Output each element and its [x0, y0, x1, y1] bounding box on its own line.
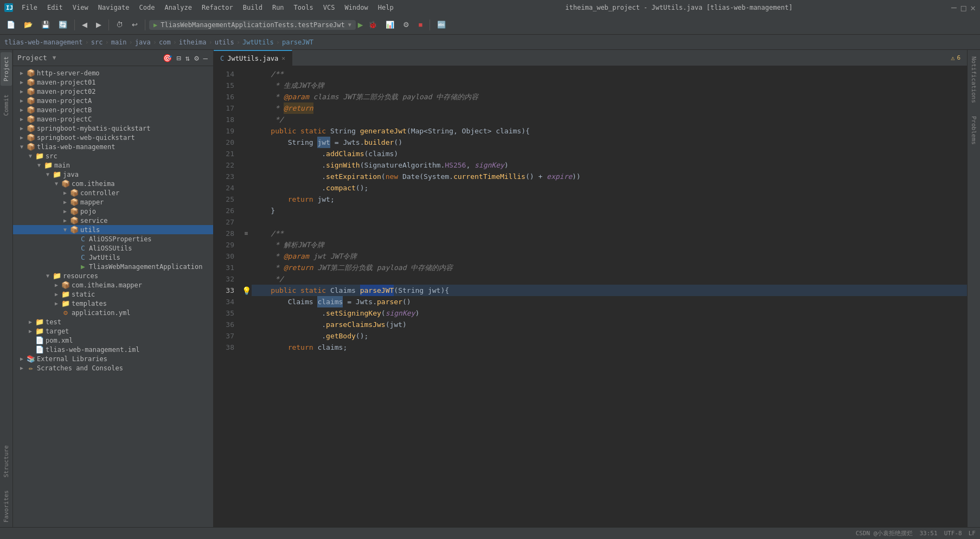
tree-item-src[interactable]: ▼ 📁 src — [13, 151, 213, 161]
code-line-29[interactable]: * 解析JWT令牌 — [252, 239, 967, 251]
tree-item-alioss-properties[interactable]: C AliOSSProperties — [13, 234, 213, 243]
vtab-favorites[interactable]: Favorites — [1, 486, 12, 527]
code-line-28[interactable]: /** — [252, 228, 967, 239]
tree-item-target[interactable]: ▶ 📁 target — [13, 326, 213, 336]
menu-view[interactable]: View — [68, 3, 93, 12]
breadcrumb-src[interactable]: src — [91, 39, 103, 46]
tab-jwtutils[interactable]: C JwtUtils.java ✕ — [214, 50, 292, 66]
status-encoding[interactable]: UTF-8 — [944, 530, 962, 537]
tree-item-external-libraries[interactable]: ▶ 📚 External Libraries — [13, 354, 213, 363]
code-line-35[interactable]: .setSigningKey(signKey) — [252, 307, 967, 319]
tree-item-com-itheima[interactable]: ▼ 📦 com.itheima — [13, 179, 213, 188]
tree-item-pom-xml[interactable]: 📄 pom.xml — [13, 336, 213, 345]
code-line-27[interactable] — [252, 216, 967, 228]
back-button[interactable]: ◀ — [79, 20, 91, 30]
code-line-14[interactable]: /** — [252, 68, 967, 80]
tree-item-main[interactable]: ▼ 📁 main — [13, 161, 213, 170]
expand-icon[interactable]: ▶ — [61, 199, 69, 205]
tree-item-templates[interactable]: ▶ 📁 templates — [13, 299, 213, 308]
open-button[interactable]: 📂 — [21, 20, 36, 30]
menu-window[interactable]: Window — [340, 3, 372, 12]
collapse-all-button[interactable]: ⊟ — [175, 53, 182, 63]
expand-icon[interactable]: ▶ — [52, 282, 61, 288]
menu-code[interactable]: Code — [135, 3, 159, 12]
tree-item-maven-projectC[interactable]: ▶ 📦 maven-projectC — [13, 114, 213, 124]
code-line-26[interactable]: } — [252, 205, 967, 216]
new-file-button[interactable]: 📄 — [3, 20, 18, 30]
menu-run[interactable]: Run — [268, 3, 289, 12]
tree-item-pojo[interactable]: ▶ 📦 pojo — [13, 207, 213, 216]
tree-item-jwt-utils[interactable]: C JwtUtils — [13, 253, 213, 262]
tree-item-iml[interactable]: 📄 tlias-web-management.iml — [13, 345, 213, 354]
code-line-18[interactable]: */ — [252, 114, 967, 125]
menu-help[interactable]: Help — [374, 3, 398, 12]
code-line-17[interactable]: * @return — [252, 102, 967, 114]
maximize-button[interactable]: □ — [961, 3, 966, 13]
translate-button[interactable]: 🔤 — [434, 20, 449, 30]
breadcrumb-main[interactable]: main — [111, 39, 127, 46]
code-line-31[interactable]: * @return JWT第二部分负载 payload 中存储的内容 — [252, 262, 967, 273]
menu-analyze[interactable]: Analyze — [160, 3, 196, 12]
tree-item-springboot-mybatis[interactable]: ▶ 📦 springboot-mybatis-quickstart — [13, 124, 213, 133]
code-line-30[interactable]: * @param jwt JWT令牌 — [252, 251, 967, 262]
status-position[interactable]: 33:51 — [920, 530, 938, 537]
expand-icon[interactable]: ▶ — [17, 134, 26, 140]
expand-icon[interactable]: ▶ — [52, 291, 61, 297]
tree-item-mapper[interactable]: ▶ 📦 mapper — [13, 197, 213, 207]
tree-item-tlias-web-management[interactable]: ▼ 📦 tlias-web-management — [13, 142, 213, 151]
synchronize-button[interactable]: 🔄 — [55, 20, 71, 30]
code-line-19[interactable]: public static String generateJwt(Map<Str… — [252, 125, 967, 137]
status-line-separator[interactable]: LF — [969, 530, 976, 537]
code-line-23[interactable]: .setExpiration(new Date(System.currentTi… — [252, 171, 967, 182]
expand-icon[interactable]: ▼ — [61, 227, 69, 233]
tree-item-springboot-web[interactable]: ▶ 📦 springboot-web-quickstart — [13, 133, 213, 142]
code-line-33[interactable]: public static Claims parseJWT(String jwt… — [252, 285, 967, 296]
tree-item-maven-project01[interactable]: ▶ 📦 maven-project01 — [13, 78, 213, 87]
vtab-project[interactable]: Project — [1, 52, 12, 86]
menu-file[interactable]: File — [17, 3, 42, 12]
tree-item-maven-projectA[interactable]: ▶ 📦 maven-projectA — [13, 96, 213, 105]
code-line-25[interactable]: return jwt; — [252, 194, 967, 205]
run-configuration[interactable]: ▶ TliasWebManagementApplicationTests.tes… — [149, 20, 356, 30]
expand-icon[interactable]: ▶ — [17, 125, 26, 131]
tree-item-service[interactable]: ▶ 📦 service — [13, 216, 213, 225]
tree-item-resources[interactable]: ▼ 📁 resources — [13, 271, 213, 280]
forward-button[interactable]: ▶ — [93, 20, 105, 30]
editor-content[interactable]: 14 15 16 17 18 19 20 21 22 23 24 25 26 2… — [214, 66, 967, 527]
hide-panel-button[interactable]: — — [202, 53, 209, 63]
tree-item-test[interactable]: ▶ 📁 test — [13, 317, 213, 326]
expand-icon[interactable]: ▶ — [26, 319, 35, 325]
tree-item-scratches[interactable]: ▶ ✏ Scratches and Consoles — [13, 363, 213, 373]
breadcrumb-utils[interactable]: utils — [215, 39, 234, 46]
code-line-24[interactable]: .compact(); — [252, 182, 967, 194]
close-button[interactable]: ✕ — [970, 3, 976, 13]
tree-item-application-yml[interactable]: ⚙ application.yml — [13, 308, 213, 317]
stop-button[interactable]: ■ — [415, 20, 426, 30]
expand-icon[interactable]: ▼ — [43, 171, 52, 177]
locate-file-button[interactable]: 🎯 — [162, 53, 173, 63]
menu-build[interactable]: Build — [239, 3, 267, 12]
run-config-dropdown-icon[interactable]: ▼ — [348, 22, 351, 28]
debug-button[interactable]: 🐞 — [365, 20, 380, 30]
code-line-32[interactable]: */ — [252, 273, 967, 285]
expand-icon[interactable]: ▶ — [17, 356, 26, 362]
profile-button[interactable]: ⚙ — [400, 20, 413, 30]
tree-item-utils[interactable]: ▼ 📦 utils — [13, 225, 213, 234]
expand-icon[interactable]: ▶ — [17, 107, 26, 113]
code-editor[interactable]: /** * 生成JWT令牌 * @param claims JWT第二部分负载 … — [252, 66, 967, 527]
code-line-16[interactable]: * @param claims JWT第二部分负载 payload 中存储的内容 — [252, 91, 967, 102]
vtab-commit[interactable]: Commit — [1, 90, 12, 120]
tree-item-static[interactable]: ▶ 📁 static — [13, 290, 213, 299]
vtab-structure[interactable]: Structure — [1, 441, 12, 482]
breadcrumb-java[interactable]: java — [135, 39, 151, 46]
menu-vcs[interactable]: VCS — [319, 3, 340, 12]
rvtab-notifications[interactable]: Notifications — [968, 52, 979, 107]
tree-item-controller[interactable]: ▶ 📦 controller — [13, 188, 213, 197]
tree-item-java[interactable]: ▼ 📁 java — [13, 170, 213, 179]
expand-icon[interactable]: ▶ — [17, 79, 26, 85]
breadcrumb-jwtutils[interactable]: JwtUtils — [242, 39, 274, 46]
expand-icon[interactable]: ▶ — [17, 88, 26, 94]
rvtab-problems[interactable]: Problems — [968, 112, 979, 149]
expand-icon[interactable]: ▼ — [17, 144, 26, 150]
expand-icon[interactable]: ▶ — [17, 70, 26, 76]
